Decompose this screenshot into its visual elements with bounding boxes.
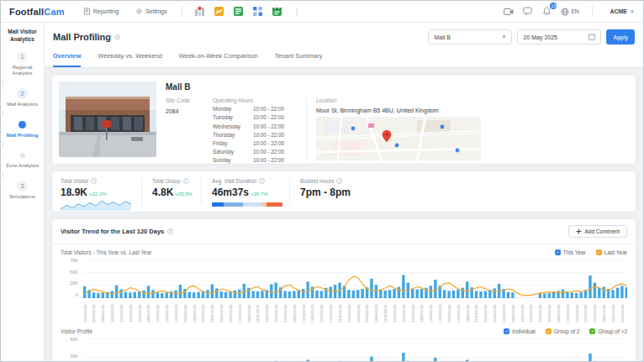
info-icon[interactable]: i	[259, 178, 265, 184]
x-tick-label: 14/01/2025	[129, 304, 133, 323]
location-map[interactable]	[316, 117, 481, 160]
info-icon[interactable]: i	[114, 34, 120, 40]
x-tick-label: 10/04/2025	[520, 304, 525, 323]
app-launcher-icons	[194, 6, 282, 17]
x-tick-label: 16/01/2025	[138, 304, 142, 323]
duration-bar-segment	[267, 202, 282, 207]
legend-item[interactable]: ✓Individual	[504, 328, 535, 334]
total-visitor-delta: +22.2%	[89, 191, 107, 197]
more-apps-icon[interactable]: ⋮	[289, 8, 304, 16]
spreadsheet-app-icon[interactable]	[233, 6, 244, 17]
duration-bar-segment	[243, 202, 262, 207]
x-tick-label: 07/03/2025	[365, 304, 369, 323]
x-tick-label: 20/01/2025	[156, 304, 160, 323]
x-tick-label: 21/03/2025	[429, 304, 433, 323]
legend-checkbox[interactable]: ✓	[555, 249, 561, 255]
divider	[306, 97, 307, 164]
legend-checkbox[interactable]: ✓	[596, 249, 602, 255]
x-tick-label: 15/03/2025	[402, 304, 406, 323]
step-connector	[3, 142, 3, 148]
chart-subtitle: Visitor Profile	[61, 328, 92, 334]
total-visitors-chart-block: Total Visitors - This Year vs. Last Year…	[52, 244, 636, 323]
people-counter-app-icon[interactable]	[194, 6, 205, 17]
notifications-bell-icon[interactable]: 19	[541, 6, 552, 17]
x-tick-label: 12/04/2025	[529, 304, 533, 323]
chat-icon[interactable]	[522, 6, 533, 17]
sales-app-icon[interactable]	[214, 6, 224, 17]
x-tick-label: 20/04/2025	[566, 304, 570, 323]
x-tick-label: 22/04/2025	[575, 304, 579, 323]
visitor-profile-chart	[82, 338, 627, 361]
legend-checkbox[interactable]: ✓	[504, 328, 509, 334]
total-group-delta: +35.5%	[175, 191, 193, 197]
navbar-right: 19 EN ACME ▼	[503, 6, 635, 17]
x-tick-label: 13/02/2025	[265, 304, 269, 323]
step-number-3: 3	[17, 181, 28, 191]
hours-value: 10:00 - 22:00	[253, 106, 284, 112]
sidebar-step-simulations[interactable]: 3 Simulations	[3, 181, 42, 201]
footfallcam-logo[interactable]: FootfallCam	[9, 7, 65, 17]
mall-name: Mall B	[166, 82, 629, 92]
sidebar-step-regional-analytics[interactable]: 1 Regional Analytics	[3, 51, 42, 78]
legend-checkbox[interactable]: ✓	[546, 328, 552, 334]
mall-address: Moor St, Birmingham B5 4BU, United Kingd…	[316, 108, 629, 113]
nav-reporting-label: Reporting	[93, 8, 119, 14]
tab-weekday-vs-weekend[interactable]: Weekday vs. Weekend	[98, 52, 161, 67]
mall-select[interactable]: Mall B ▼	[428, 29, 512, 45]
hours-value: 10:00 - 22:00	[253, 149, 284, 155]
sidebar-step-mall-profiling[interactable]: Mall Profiling	[3, 119, 42, 139]
duration-bar-segment	[224, 202, 243, 207]
location-label: Location	[316, 97, 629, 103]
header-controls: Mall B ▼ 20 May 2025 Apply	[428, 29, 635, 45]
nav-reporting[interactable]: Reporting	[77, 8, 125, 15]
legend-checkbox[interactable]: ✓	[589, 328, 595, 334]
sidebar-step-mall-analytics[interactable]: 2 Mall Analytics	[3, 88, 42, 108]
step-number-1: 1	[17, 51, 28, 62]
hours-value: 10:00 - 22:00	[253, 123, 284, 129]
legend-label: Individual	[512, 328, 535, 334]
workflow-app-icon[interactable]	[252, 6, 263, 17]
kpi-summary-card: Total Visitori 18.9K+22.2% Total Groupi …	[51, 171, 636, 212]
visitor-trend-chart	[82, 260, 627, 298]
apply-button[interactable]: Apply	[606, 29, 635, 45]
step-label: Zone Analytics	[6, 163, 39, 170]
navbar-divider	[182, 6, 182, 17]
x-tick-label: 24/01/2025	[174, 304, 178, 323]
kpi-total-group: Total Groupi 4.8K+35.5%	[142, 178, 201, 205]
step-connector	[3, 111, 3, 117]
x-tick-label: 18/04/2025	[557, 304, 561, 323]
operating-hours-row: Monday10:00 - 22:00	[213, 106, 297, 112]
x-tick-label: 11/03/2025	[383, 305, 388, 323]
operating-hours-row: Saturday10:00 - 22:00	[213, 149, 297, 155]
info-icon[interactable]: i	[183, 178, 189, 184]
add-comment-button[interactable]: Add Comment	[568, 225, 627, 238]
sidebar-step-zone-analytics[interactable]: Zone Analytics	[3, 150, 42, 170]
x-tick-label: 23/02/2025	[310, 304, 314, 323]
date-picker[interactable]: 20 May 2025	[517, 29, 601, 45]
info-icon[interactable]: i	[336, 178, 342, 184]
page-title: Mall Profilingi	[53, 32, 120, 42]
tab-tenant-summary[interactable]: Tenant Summary	[275, 52, 323, 67]
avg-duration-delta: +36.7%	[251, 191, 268, 197]
tab-week-on-week-comparison[interactable]: Week-on-Week Comparison	[179, 52, 258, 67]
duration-bar-segment	[212, 202, 224, 207]
duration-distribution-bar	[212, 202, 282, 207]
legend-item[interactable]: ✓Group of 2	[546, 328, 580, 334]
info-icon[interactable]: i	[91, 178, 97, 184]
legend-item[interactable]: ✓Last Year	[596, 249, 627, 255]
day-label: Sunday	[213, 157, 253, 163]
account-menu[interactable]: ACME ▼	[606, 8, 635, 14]
legend-item[interactable]: ✓Group of >2	[589, 328, 627, 334]
x-tick-label: 09/02/2025	[247, 304, 251, 323]
language-selector[interactable]: EN	[561, 8, 578, 16]
tab-overview[interactable]: Overview	[53, 52, 81, 67]
camera-icon[interactable]	[503, 6, 514, 17]
info-icon[interactable]: i	[167, 228, 173, 234]
step-label: Mall Profiling	[7, 133, 39, 139]
x-tick-label: 05/02/2025	[229, 304, 233, 323]
calendar-app-icon[interactable]	[272, 6, 282, 17]
x-tick-label: 16/04/2025	[547, 304, 552, 323]
nav-settings[interactable]: Settings	[129, 8, 173, 15]
legend-item[interactable]: ✓This Year	[555, 249, 586, 255]
x-tick-label: 14/04/2025	[538, 304, 542, 323]
